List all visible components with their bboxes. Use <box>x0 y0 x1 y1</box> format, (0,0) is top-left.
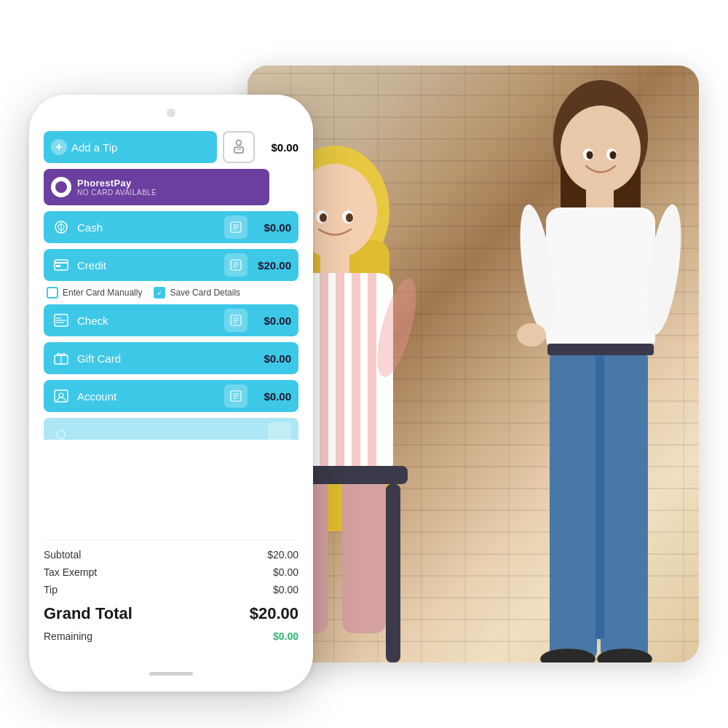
credit-icon <box>51 255 71 275</box>
enter-card-manually-label: Enter Card Manually <box>63 288 142 298</box>
partial-payment-button: ⬡ <box>44 418 298 440</box>
svg-rect-18 <box>386 484 400 662</box>
svg-rect-27 <box>546 207 655 353</box>
home-indicator <box>149 672 193 676</box>
credit-calc-icon <box>224 253 248 277</box>
gift-card-icon <box>51 348 71 368</box>
phorest-name: PhorestPay <box>77 178 157 189</box>
gift-card-amount: $0.00 <box>253 352 291 365</box>
enter-card-manually-checkbox[interactable] <box>47 287 58 298</box>
partial-icon: ⬡ <box>51 424 71 440</box>
check-icon <box>51 310 71 331</box>
phone-camera <box>167 108 175 117</box>
svg-point-22 <box>346 213 353 222</box>
tip-plus-icon: + <box>51 139 67 155</box>
svg-rect-15 <box>342 473 386 633</box>
svg-rect-30 <box>550 348 597 661</box>
svg-rect-26 <box>586 186 614 211</box>
check-payment-button[interactable]: Check $0.00 <box>44 304 298 336</box>
photo-card <box>248 66 699 662</box>
scene: + Add a Tip $0.00 <box>29 36 699 692</box>
svg-rect-3 <box>320 251 349 277</box>
grand-total-value: $20.00 <box>250 604 298 623</box>
partial-row: ⬡ <box>44 418 298 440</box>
summary-section: Subtotal $20.00 Tax Exempt $0.00 Tip $0.… <box>44 539 298 655</box>
phorest-text: PhorestPay NO CARD AVAILABLE <box>77 178 157 197</box>
gift-card-payment-button[interactable]: Gift Card $0.00 <box>44 342 298 374</box>
phorest-info-button[interactable]: i <box>275 175 298 199</box>
credit-payment-button[interactable]: Credit $20.00 <box>44 249 298 281</box>
partial-calc-icon <box>268 422 291 440</box>
cash-amount: $0.00 <box>253 221 291 234</box>
phorest-logo <box>51 177 71 197</box>
svg-point-39 <box>610 151 617 159</box>
svg-point-37 <box>587 151 593 159</box>
tax-exempt-value: $0.00 <box>273 566 298 578</box>
phorest-sub: NO CARD AVAILABLE <box>77 189 157 197</box>
svg-rect-42 <box>234 147 243 153</box>
tip-summary-row: Tip $0.00 <box>44 581 298 598</box>
account-icon <box>51 386 71 406</box>
tip-label: Add a Tip <box>71 141 117 154</box>
gift-card-label: Gift Card <box>77 352 248 365</box>
cash-payment-button[interactable]: Cash $0.00 <box>44 211 298 243</box>
tip-summary-label: Tip <box>44 584 58 596</box>
subtotal-row: Subtotal $20.00 <box>44 546 298 563</box>
tip-amount: $0.00 <box>261 141 298 154</box>
credit-label: Credit <box>77 259 218 272</box>
svg-rect-10 <box>368 273 376 477</box>
account-label: Account <box>77 390 218 403</box>
svg-rect-7 <box>320 273 328 477</box>
subtotal-value: $20.00 <box>267 549 298 561</box>
save-card-details-label: Save Card Details <box>170 288 240 298</box>
account-calc-icon <box>224 384 248 408</box>
phone-top-bar <box>29 95 313 131</box>
account-amount: $0.00 <box>253 390 291 403</box>
phorest-pay-row: PhorestPay NO CARD AVAILABLE i <box>44 169 298 205</box>
svg-point-41 <box>237 141 242 146</box>
svg-rect-68 <box>55 390 68 402</box>
payment-list: + Add a Tip $0.00 <box>44 131 298 539</box>
remaining-value: $0.00 <box>273 630 298 642</box>
phone-screen: + Add a Tip $0.00 <box>29 131 313 655</box>
remaining-label: Remaining <box>44 630 92 642</box>
svg-rect-9 <box>352 273 360 477</box>
phorest-pay-button[interactable]: PhorestPay NO CARD AVAILABLE <box>44 169 269 205</box>
svg-rect-8 <box>336 273 344 477</box>
svg-point-40 <box>517 323 546 347</box>
phorest-logo-inner <box>55 181 67 193</box>
standing-person-illustration <box>488 66 692 662</box>
svg-rect-53 <box>56 265 60 267</box>
svg-rect-31 <box>601 348 648 661</box>
card-options-row: Enter Card Manually Save Card Details <box>44 287 298 298</box>
grand-total-label: Grand Total <box>44 604 132 623</box>
credit-amount: $20.00 <box>253 259 291 272</box>
check-label: Check <box>77 314 218 327</box>
phone-bottom <box>149 655 193 692</box>
photo-background <box>248 66 699 662</box>
person-area <box>248 95 699 662</box>
enter-card-manually-option[interactable]: Enter Card Manually <box>47 287 142 298</box>
tax-exempt-label: Tax Exempt <box>44 566 97 578</box>
save-card-details-option[interactable]: Save Card Details <box>154 287 240 298</box>
add-tip-button[interactable]: + Add a Tip <box>44 131 217 163</box>
phone-mockup: + Add a Tip $0.00 <box>29 95 313 692</box>
svg-point-25 <box>561 106 641 193</box>
check-amount: $0.00 <box>253 314 291 327</box>
svg-point-69 <box>59 393 63 397</box>
svg-rect-33 <box>547 344 654 355</box>
subtotal-label: Subtotal <box>44 549 81 561</box>
svg-point-20 <box>320 213 327 222</box>
tip-row: + Add a Tip $0.00 <box>44 131 298 163</box>
cash-icon <box>51 217 71 237</box>
account-payment-button[interactable]: Account $0.00 <box>44 380 298 412</box>
cash-label: Cash <box>77 221 218 234</box>
tip-icon-box <box>223 131 255 163</box>
remaining-row: Remaining $0.00 <box>44 629 298 644</box>
tip-icon <box>231 139 247 155</box>
check-calc-icon <box>224 309 248 332</box>
tax-exempt-row: Tax Exempt $0.00 <box>44 563 298 581</box>
tip-summary-value: $0.00 <box>273 584 298 596</box>
save-card-details-checkbox[interactable] <box>154 287 165 298</box>
svg-rect-32 <box>596 348 604 639</box>
